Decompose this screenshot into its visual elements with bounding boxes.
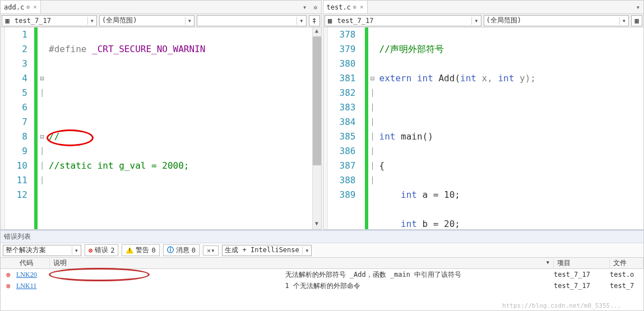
messages-filter-button[interactable]: ⓘ 消息 0 bbox=[163, 244, 200, 256]
filter-clear-icon: ✕▾ bbox=[207, 247, 215, 254]
chevron-down-icon[interactable]: ▾ bbox=[87, 17, 96, 25]
error-code-link[interactable]: LNK11 bbox=[16, 280, 285, 291]
error-filter-bar: 整个解决方案 ▾ ⊗ 错误 2 ! 警告 0 ⓘ 消息 0 ✕▾ 生 bbox=[1, 243, 643, 258]
chevron-down-icon[interactable]: ▾ bbox=[633, 3, 643, 11]
tab-test-c[interactable]: test.c ⊕ × bbox=[323, 1, 368, 13]
build-intellisense-combo[interactable]: 生成 + IntelliSense ▾ bbox=[222, 245, 312, 256]
chevron-down-icon[interactable]: ▾ bbox=[299, 3, 310, 11]
error-list-title: 错误列表 bbox=[1, 231, 643, 243]
chevron-down-icon[interactable]: ▾ bbox=[619, 17, 628, 25]
fold-column[interactable]: ⊟ │ ⊟ │││ bbox=[38, 27, 47, 229]
code-area-left[interactable]: 123 456 789 101112 ⊟ │ ⊟ │││ #define _CR… bbox=[1, 27, 321, 229]
col-project[interactable]: 项目 bbox=[554, 258, 610, 268]
nav-toolbar-left: ▦ test_7_17 ▾ (全局范围) ▾ ▾ ‡ bbox=[1, 14, 321, 27]
editor-pane-left: add.c ⊕ × ▾ ✲ ▦ test_7_17 ▾ (全局范围) ▾ bbox=[0, 0, 322, 230]
split-button[interactable]: ‡ bbox=[309, 15, 320, 26]
error-icon: ⊗ bbox=[1, 271, 16, 279]
chevron-down-icon[interactable]: ▾ bbox=[72, 247, 81, 254]
code-area-right[interactable]: 378379380 381382383 384385386 387388389 … bbox=[323, 27, 644, 229]
gear-icon[interactable]: ✲ bbox=[310, 3, 321, 11]
watermark: https://blog.csdn.net/m0_5355... bbox=[502, 302, 621, 309]
project-icon: ▦ bbox=[3, 17, 11, 25]
error-rows: ⊗ LNK20 无法解析的外部符号 _Add，函数 _main 中引用了该符号 … bbox=[1, 269, 643, 310]
error-icon: ⊗ bbox=[89, 247, 92, 254]
error-row[interactable]: ⊗ LNK20 无法解析的外部符号 _Add，函数 _main 中引用了该符号 … bbox=[1, 269, 643, 280]
code-text[interactable]: //声明外部符号 extern int Add(int x, int y); i… bbox=[377, 27, 644, 229]
code-text[interactable]: #define _CRT_SECURE_NO_WARNIN // //stati… bbox=[47, 27, 312, 229]
scope-combo[interactable]: ▦ test_7_17 ▾ bbox=[325, 15, 481, 26]
scope-combo[interactable]: ▦ test_7_17 ▾ bbox=[2, 15, 97, 26]
tabbar-right: test.c ⊕ × ▾ bbox=[323, 1, 644, 14]
line-numbers: 378379380 381382383 384385386 387388389 bbox=[328, 27, 362, 229]
clear-filter-button[interactable]: ✕▾ bbox=[203, 245, 219, 256]
fold-toggle[interactable]: ⊟ bbox=[38, 129, 47, 144]
errors-filter-button[interactable]: ⊗ 错误 2 bbox=[85, 244, 118, 256]
col-desc[interactable]: 说明▾ bbox=[50, 258, 554, 268]
warnings-filter-button[interactable]: ! 警告 0 bbox=[122, 244, 159, 256]
project-icon: ▦ bbox=[326, 17, 334, 25]
chevron-down-icon[interactable]: ▾ bbox=[302, 247, 311, 254]
error-code-link[interactable]: LNK20 bbox=[16, 269, 285, 280]
range-combo[interactable]: (全局范围) ▾ bbox=[99, 15, 194, 26]
tabbar-left: add.c ⊕ × ▾ ✲ bbox=[1, 1, 321, 14]
line-numbers: 123 456 789 101112 bbox=[5, 27, 33, 229]
close-icon[interactable]: × bbox=[360, 3, 364, 11]
fold-toggle[interactable]: ⊟ bbox=[38, 71, 47, 86]
tab-add-c[interactable]: add.c ⊕ × bbox=[1, 1, 41, 13]
range-combo[interactable]: (全局范围) ▾ bbox=[484, 15, 629, 26]
error-icon: ⊗ bbox=[1, 282, 16, 290]
error-list-panel: 错误列表 整个解决方案 ▾ ⊗ 错误 2 ! 警告 0 ⓘ 消息 0 ✕ bbox=[0, 230, 644, 311]
warning-icon: ! bbox=[126, 247, 133, 254]
member-combo[interactable]: ▾ bbox=[197, 15, 307, 26]
pin-icon[interactable]: ⊕ bbox=[353, 4, 356, 10]
fold-column[interactable]: ⊟ │││││││ bbox=[368, 27, 377, 229]
tab-label: test.c bbox=[327, 3, 351, 11]
chevron-down-icon[interactable]: ▾ bbox=[185, 17, 194, 25]
nav-toolbar-right: ▦ test_7_17 ▾ (全局范围) ▾ ▦ bbox=[323, 14, 644, 27]
error-columns-header[interactable]: 代码 说明▾ 项目 文件 bbox=[1, 258, 643, 269]
info-icon: ⓘ bbox=[167, 245, 174, 255]
editor-pane-right: test.c ⊕ × ▾ ▦ test_7_17 ▾ (全局范围) ▾ ▦ bbox=[323, 0, 645, 230]
col-code[interactable]: 代码 bbox=[16, 258, 50, 268]
chevron-down-icon[interactable]: ▾ bbox=[296, 17, 305, 25]
split-button[interactable]: ▦ bbox=[631, 15, 642, 26]
col-file[interactable]: 文件 bbox=[610, 258, 643, 268]
error-row[interactable]: ⊗ LNK11 1 个无法解析的外部命令 test_7_17 test_7 bbox=[1, 280, 643, 291]
tab-label: add.c bbox=[4, 3, 24, 11]
solution-scope-combo[interactable]: 整个解决方案 ▾ bbox=[3, 245, 81, 256]
close-icon[interactable]: × bbox=[33, 3, 37, 11]
vertical-scrollbar[interactable]: ▲ ▼ bbox=[312, 27, 321, 229]
chevron-down-icon[interactable]: ▾ bbox=[471, 17, 480, 25]
fold-toggle[interactable]: ⊟ bbox=[368, 71, 377, 86]
pin-icon[interactable]: ⊕ bbox=[26, 4, 30, 10]
